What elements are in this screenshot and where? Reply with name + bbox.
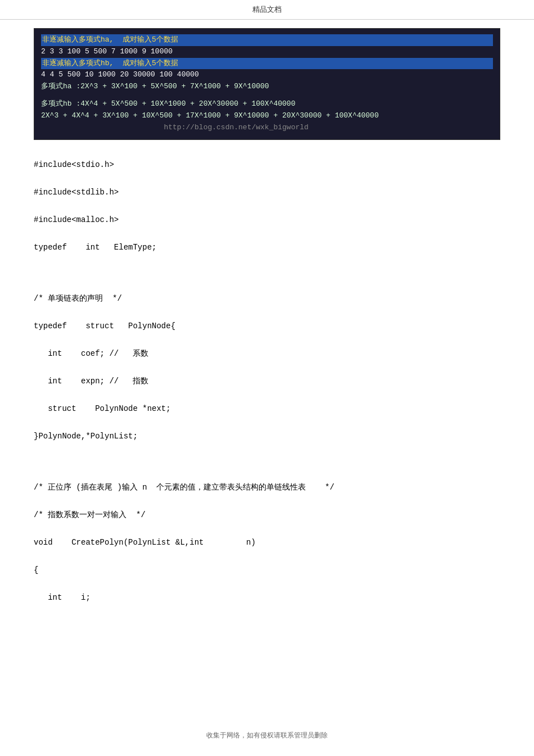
- code-line: [34, 578, 500, 590]
- code-line: }PolynNode,*PolynList;: [34, 428, 500, 444]
- code-line: [34, 334, 500, 346]
- terminal-line: http://blog.csdn.net/wxk_bigworld: [41, 122, 493, 134]
- code-line: struct PolynNode *next;: [34, 401, 500, 417]
- code-line: [34, 444, 500, 456]
- code-line: /* 正位序 (插在表尾 )输入 n 个元素的值，建立带表头结构的单链线性表 *…: [34, 479, 500, 495]
- terminal-line: 4 4 5 500 10 1000 20 30000 100 40000: [41, 69, 493, 81]
- terminal-line: 非逐减输入多项式hb, 成对输入5个数据: [41, 58, 493, 70]
- code-line: [34, 306, 500, 318]
- code-line: int expn; // 指数: [34, 373, 500, 389]
- terminal-line: 2X^3 + 4X^4 + 3X^100 + 10X^500 + 17X^100…: [41, 110, 493, 122]
- terminal-line: [41, 93, 493, 98]
- code-section: #include<stdio.h>#include<stdlib.h>#incl…: [34, 157, 500, 605]
- code-line: #include<stdlib.h>: [34, 184, 500, 200]
- terminal-line: 多项式ha :2X^3 + 3X^100 + 5X^500 + 7X^1000 …: [41, 81, 493, 93]
- code-line: [34, 389, 500, 401]
- code-line: [34, 495, 500, 507]
- code-line: [34, 550, 500, 562]
- code-line: int coef; // 系数: [34, 346, 500, 361]
- code-line: [34, 468, 500, 479]
- code-line: [34, 361, 500, 373]
- code-line: /* 单项链表的声明 */: [34, 291, 500, 306]
- page-header: 精品文档: [0, 0, 534, 20]
- header-title: 精品文档: [252, 5, 282, 13]
- code-line: [34, 523, 500, 535]
- code-line: [34, 200, 500, 212]
- code-line: #include<malloc.h>: [34, 212, 500, 228]
- terminal-line: 多项式hb :4X^4 + 5X^500 + 10X^1000 + 20X^30…: [41, 98, 493, 110]
- code-line: #include<stdio.h>: [34, 157, 500, 173]
- code-line: void CreatePolyn(PolynList &L,int n): [34, 535, 500, 550]
- code-line: [34, 173, 500, 184]
- terminal-line: 非逐减输入多项式ha, 成对输入5个数据: [41, 34, 493, 46]
- code-line: [34, 417, 500, 428]
- code-line: [34, 279, 500, 291]
- terminal-block: 非逐减输入多项式ha, 成对输入5个数据2 3 3 100 5 500 7 10…: [34, 28, 500, 140]
- code-line: int i;: [34, 590, 500, 605]
- page-footer: 收集于网络，如有侵权请联系管理员删除: [0, 726, 534, 745]
- content-area: 非逐减输入多项式ha, 成对输入5个数据2 3 3 100 5 500 7 10…: [0, 20, 534, 639]
- code-line: [34, 228, 500, 239]
- code-line: {: [34, 562, 500, 578]
- code-line: typedef struct PolynNode{: [34, 318, 500, 334]
- code-line: /* 指数系数一对一对输入 */: [34, 507, 500, 523]
- code-line: typedef int ElemType;: [34, 239, 500, 255]
- code-line: [34, 456, 500, 468]
- code-line: [34, 267, 500, 279]
- footer-text: 收集于网络，如有侵权请联系管理员删除: [206, 731, 328, 739]
- code-line: [34, 255, 500, 267]
- terminal-line: 2 3 3 100 5 500 7 1000 9 10000: [41, 46, 493, 58]
